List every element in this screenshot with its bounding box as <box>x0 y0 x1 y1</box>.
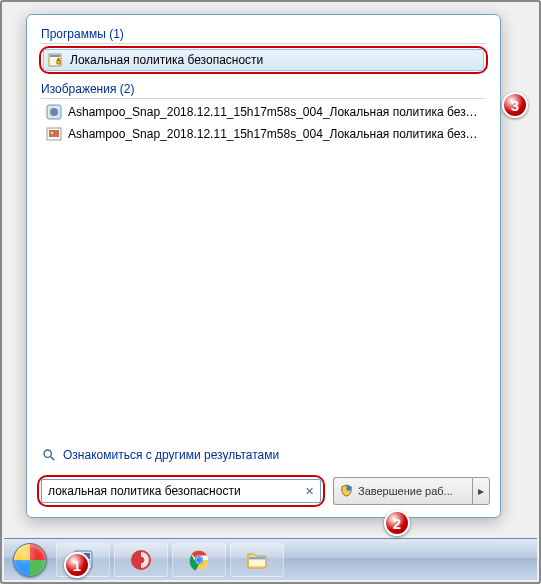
app-icon <box>129 548 153 572</box>
annotation-badge-1: 1 <box>64 552 90 578</box>
taskbar-item-explorer[interactable] <box>230 543 284 577</box>
shutdown-options-arrow[interactable]: ▸ <box>472 477 490 505</box>
result-image-1[interactable]: Ashampoo_Snap_2018.12.11_15h17m58s_004_Л… <box>41 101 486 123</box>
result-label: Локальная политика безопасности <box>70 53 479 67</box>
taskbar-item-chrome[interactable] <box>172 543 226 577</box>
annotation-highlight-search: ✕ <box>37 475 325 507</box>
annotation-badge-3: 3 <box>502 92 528 118</box>
screenshot-canvas: Программы (1) Локальная политика безопас… <box>0 0 541 584</box>
windows-logo-icon <box>13 543 47 577</box>
svg-rect-22 <box>249 557 265 559</box>
image-file-icon <box>46 104 62 120</box>
group-header-images: Изображения (2) <box>41 80 486 99</box>
shutdown-button[interactable]: Завершение раб... <box>333 477 472 505</box>
folder-icon <box>245 548 269 572</box>
image-file-icon <box>46 126 62 142</box>
svg-point-16 <box>138 556 144 562</box>
svg-line-9 <box>51 457 55 461</box>
search-icon <box>41 447 57 463</box>
svg-point-7 <box>51 132 54 135</box>
shutdown-split-button[interactable]: Завершение раб... ▸ <box>333 477 490 505</box>
shutdown-label: Завершение раб... <box>358 485 453 497</box>
svg-rect-2 <box>58 59 59 61</box>
svg-point-8 <box>44 450 51 457</box>
start-menu-bottom-bar: ✕ Завершение раб... ▸ <box>27 467 500 517</box>
security-policy-icon <box>48 52 64 68</box>
start-menu-search-panel: Программы (1) Локальная политика безопас… <box>26 14 501 518</box>
group-header-programs: Программы (1) <box>41 25 486 44</box>
chevron-right-icon: ▸ <box>478 484 484 498</box>
search-box[interactable]: ✕ <box>41 479 321 503</box>
result-local-security-policy[interactable]: Локальная политика безопасности <box>43 49 484 71</box>
search-results-area: Программы (1) Локальная политика безопас… <box>27 15 500 441</box>
svg-rect-6 <box>49 130 59 137</box>
see-more-results-label: Ознакомиться с другими результатами <box>63 448 279 462</box>
chrome-icon <box>188 549 210 571</box>
result-label: Ashampoo_Snap_2018.12.11_15h17m58s_004_Л… <box>68 127 481 141</box>
svg-point-20 <box>196 557 202 563</box>
result-image-2[interactable]: Ashampoo_Snap_2018.12.11_15h17m58s_004_Л… <box>41 123 486 145</box>
clear-search-icon[interactable]: ✕ <box>302 484 316 498</box>
taskbar-item-2[interactable] <box>114 543 168 577</box>
svg-rect-1 <box>50 55 60 57</box>
start-button[interactable] <box>8 542 52 578</box>
annotation-highlight-result: Локальная политика безопасности <box>39 46 488 74</box>
see-more-results-link[interactable]: Ознакомиться с другими результатами <box>27 441 500 467</box>
result-label: Ashampoo_Snap_2018.12.11_15h17m58s_004_Л… <box>68 105 481 119</box>
shield-icon <box>340 484 353 499</box>
annotation-badge-2: 2 <box>384 510 410 536</box>
search-input[interactable] <box>48 484 298 498</box>
svg-point-4 <box>50 108 58 116</box>
